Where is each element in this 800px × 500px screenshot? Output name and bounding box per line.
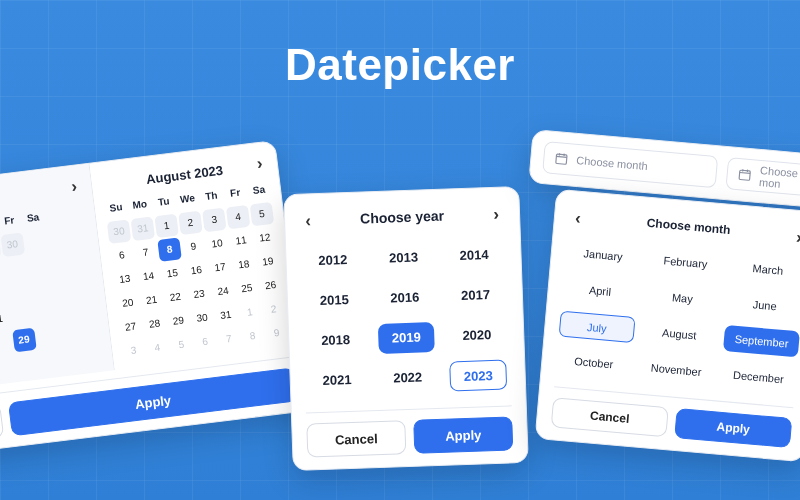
month-option[interactable]: July: [559, 311, 636, 343]
weekday-label: We: [175, 187, 200, 212]
cancel-button[interactable]: Cancel: [551, 397, 669, 437]
day-cell[interactable]: 6: [110, 243, 135, 268]
day-cell[interactable]: 30: [190, 306, 215, 331]
day-cell-selected[interactable]: 29: [12, 328, 37, 353]
day-cell[interactable]: 21: [0, 307, 10, 332]
month-option[interactable]: December: [720, 361, 797, 393]
page-title: Datepicker: [0, 40, 800, 90]
day-cell[interactable]: 2: [261, 297, 286, 322]
day-cell[interactable]: 6: [193, 330, 218, 355]
choose-month-input[interactable]: Choose month: [542, 141, 718, 188]
day-cell[interactable]: 17: [208, 255, 233, 280]
day-cell[interactable]: 12: [253, 226, 278, 251]
day-cell[interactable]: 3: [121, 339, 146, 364]
month-picker-card: ‹ Choose month › JanuaryFebruaryMarchApr…: [535, 189, 800, 463]
year-option[interactable]: 2012: [304, 245, 362, 277]
day-cell[interactable]: 25: [235, 276, 260, 301]
day-cell[interactable]: 9: [264, 321, 289, 346]
choose-month-input[interactable]: Choose mon: [725, 157, 800, 197]
day-cell[interactable]: 22: [163, 285, 188, 310]
day-cell[interactable]: [6, 280, 31, 305]
day-cell[interactable]: 21: [139, 288, 164, 313]
day-cell[interactable]: 11: [229, 229, 254, 254]
month-picker-title: Choose month: [646, 216, 731, 237]
month-option[interactable]: February: [647, 246, 724, 278]
day-cell[interactable]: [9, 304, 34, 329]
day-cell[interactable]: 9: [181, 234, 206, 259]
day-cell[interactable]: 30: [107, 219, 132, 244]
day-cell[interactable]: 3: [202, 208, 227, 233]
day-cell[interactable]: 2: [178, 211, 203, 236]
day-cell[interactable]: 16: [184, 258, 209, 283]
day-cell[interactable]: 13: [113, 267, 138, 292]
month-option[interactable]: September: [723, 325, 800, 357]
month-option[interactable]: November: [638, 354, 715, 386]
weekday-label: Fr: [223, 181, 248, 206]
year-option[interactable]: 2022: [379, 362, 437, 394]
year-option[interactable]: 2016: [376, 282, 434, 314]
chevron-left-icon[interactable]: ‹: [568, 209, 588, 229]
day-cell[interactable]: 31: [214, 303, 239, 328]
year-option[interactable]: 2014: [445, 240, 503, 272]
year-option[interactable]: 2023: [450, 360, 508, 392]
day-cell[interactable]: 26: [258, 273, 283, 298]
chevron-right-icon[interactable]: ›: [250, 154, 270, 174]
day-cell[interactable]: [30, 277, 55, 302]
month-option[interactable]: May: [644, 282, 721, 314]
day-cell[interactable]: 23: [187, 282, 212, 307]
day-cell[interactable]: [27, 253, 52, 278]
chevron-right-icon[interactable]: ›: [64, 177, 84, 197]
svg-rect-1: [739, 170, 750, 180]
apply-button[interactable]: Apply: [413, 416, 513, 453]
day-cell[interactable]: 4: [226, 205, 251, 230]
cancel-button[interactable]: Cancel: [306, 420, 406, 457]
chevron-left-icon[interactable]: ‹: [299, 212, 318, 231]
year-option[interactable]: 2018: [307, 324, 365, 356]
day-cell[interactable]: 14: [136, 264, 161, 289]
year-option[interactable]: 2013: [375, 242, 433, 274]
day-cell[interactable]: 20: [116, 291, 141, 316]
year-option[interactable]: 2021: [308, 364, 366, 396]
month-option[interactable]: October: [555, 346, 632, 378]
day-cell[interactable]: [0, 331, 12, 356]
year-option[interactable]: 2020: [448, 320, 506, 352]
day-cell[interactable]: 31: [131, 217, 156, 242]
day-cell[interactable]: 7: [133, 240, 158, 265]
day-cell[interactable]: 18: [232, 252, 257, 277]
day-cell[interactable]: 5: [250, 202, 275, 227]
day-cell[interactable]: 27: [118, 315, 143, 340]
day-cell[interactable]: [33, 301, 58, 326]
day-cell[interactable]: 8: [240, 324, 265, 349]
day-cell[interactable]: [0, 283, 7, 308]
month-option[interactable]: August: [641, 318, 718, 350]
month-option[interactable]: April: [562, 275, 639, 307]
day-cell[interactable]: 5: [169, 333, 194, 358]
chevron-right-icon[interactable]: ›: [487, 205, 506, 224]
day-cell[interactable]: 30: [0, 233, 25, 258]
chevron-right-icon[interactable]: ›: [789, 228, 800, 248]
year-option[interactable]: 2017: [447, 280, 505, 312]
weekday-label: Sa: [247, 178, 272, 203]
day-cell[interactable]: 29: [166, 309, 191, 334]
month-title: August 2023: [145, 162, 224, 186]
day-cell[interactable]: [36, 325, 61, 350]
day-cell[interactable]: 1: [238, 300, 263, 325]
year-option[interactable]: 2015: [305, 285, 363, 317]
day-cell[interactable]: 7: [217, 327, 242, 352]
day-cell[interactable]: 15: [160, 261, 185, 286]
day-cell[interactable]: 24: [211, 279, 236, 304]
day-cell[interactable]: 1: [154, 214, 179, 239]
day-cell[interactable]: 4: [145, 336, 170, 361]
day-cell[interactable]: 10: [205, 232, 230, 257]
day-cell[interactable]: 19: [256, 250, 281, 275]
month-option[interactable]: January: [565, 239, 642, 271]
month-option[interactable]: March: [730, 253, 800, 285]
apply-button[interactable]: Apply: [674, 408, 792, 448]
year-option[interactable]: 2019: [377, 322, 435, 354]
month-option[interactable]: June: [726, 289, 800, 321]
clear-button[interactable]: ear: [0, 403, 4, 442]
day-cell-selected[interactable]: 8: [157, 237, 182, 262]
day-cell[interactable]: [3, 256, 28, 281]
day-cell[interactable]: [24, 230, 49, 255]
day-cell[interactable]: 28: [142, 312, 167, 337]
